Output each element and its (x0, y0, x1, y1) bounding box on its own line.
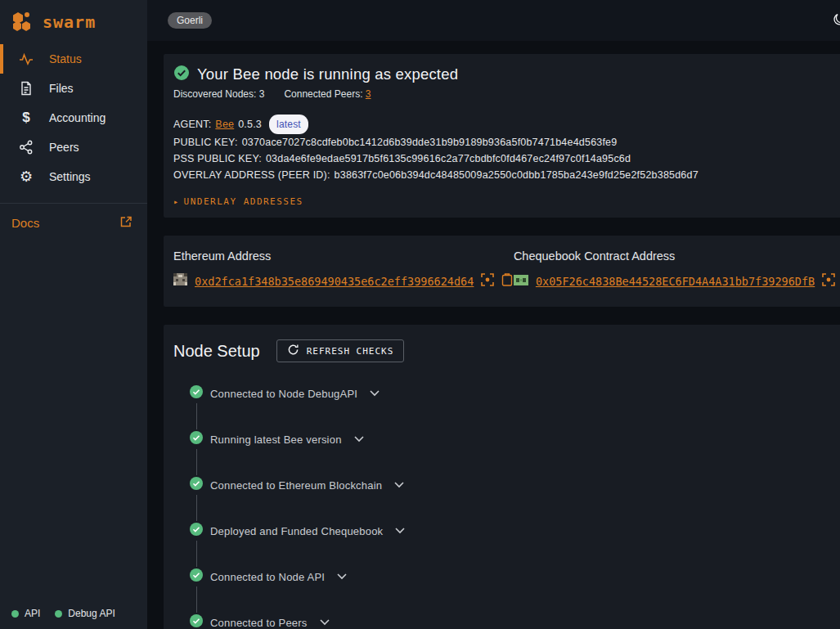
api-status: API (11, 608, 40, 619)
addresses-card: Ethereum Address 0xd2fca1f348b35e869 (164, 236, 840, 307)
file-icon (16, 79, 36, 98)
sidebar-item-docs[interactable]: Docs (0, 204, 147, 231)
main-area: Goerli You (147, 0, 840, 629)
check-item-node-api: Connected to Node API (190, 568, 840, 585)
swarm-hexagons-icon (11, 11, 36, 34)
sidebar-item-settings[interactable]: ⚙ Settings (0, 162, 147, 191)
chequebook-address-expand-button[interactable] (822, 273, 835, 289)
sidebar-item-status[interactable]: Status (0, 44, 147, 74)
agent-version: 0.5.3 (238, 116, 262, 133)
debug-api-status-label: Debug API (68, 608, 115, 619)
chevron-down-icon[interactable] (320, 619, 330, 626)
discovered-nodes: Discovered Nodes: 3 (173, 88, 264, 100)
sidebar-item-label: Status (49, 52, 82, 65)
sidebar-item-accounting[interactable]: $ Accounting (0, 103, 147, 133)
expand-arrow-icon: ▸ (173, 197, 180, 206)
api-status-dot (11, 610, 19, 618)
check-circle-icon (190, 614, 203, 629)
debug-api-status-dot (55, 610, 62, 618)
check-circle-icon (190, 385, 203, 402)
chequebook-address-label: Chequebook Contract Address (514, 249, 840, 263)
clipboard-icon (501, 273, 513, 289)
underlay-addresses-toggle[interactable]: ▸ UNDERLAY ADDRESSES (173, 196, 840, 207)
ethereum-address-expand-button[interactable] (481, 273, 494, 289)
sidebar-item-label: Files (49, 82, 74, 95)
debug-api-status: Debug API (55, 608, 115, 619)
check-circle-icon (190, 523, 203, 539)
sidebar-item-label: Peers (49, 141, 79, 154)
chequebook-identicon (514, 274, 528, 289)
pss-public-key-line: PSS PUBLIC KEY: 03da4e6fe9edae5917b5f613… (173, 151, 840, 167)
sidebar: swarm Status Files (0, 0, 147, 629)
sidebar-item-peers[interactable]: Peers (0, 133, 147, 162)
ethereum-address-label: Ethereum Address (173, 249, 514, 263)
brand-name: swarm (43, 12, 96, 32)
app-window: swarm Status Files (0, 0, 840, 629)
connected-peers: Connected Peers: 3 (284, 88, 371, 100)
public-key-value: 0370ace7027c8cdfeb0bc1412d6b39dde31b9b91… (242, 134, 618, 151)
step-connector (196, 541, 197, 567)
node-status-title: Your Bee node is running as expected (197, 65, 458, 83)
agent-line: AGENT: Bee 0.5.3 latest (173, 115, 840, 134)
check-item-ethereum-blockchain: Connected to Ethereum Blockchain (190, 477, 840, 493)
chevron-down-icon[interactable] (337, 573, 347, 580)
sidebar-item-files[interactable]: Files (0, 74, 147, 103)
ethereum-address-block: Ethereum Address 0xd2fca1f348b35e869 (173, 249, 514, 289)
ethereum-address-link[interactable]: 0xd2fca1f348b35e869490435e6c2eff3996624d… (195, 275, 474, 288)
step-connector (196, 449, 197, 475)
overlay-address-line: OVERLAY ADDRESS (PEER ID): b3863f7c0e06b… (173, 167, 840, 183)
gear-icon: ⚙ (16, 167, 36, 186)
chevron-down-icon[interactable] (354, 436, 364, 443)
public-key-line: PUBLIC KEY: 0370ace7027c8cdfeb0bc1412d6b… (173, 134, 840, 151)
check-item-debug-api: Connected to Node DebugAPI (190, 385, 840, 402)
node-setup-card: Node Setup REFRESH CHECKS (164, 325, 840, 629)
refresh-icon (287, 344, 299, 358)
step-connector (196, 495, 197, 521)
chevron-down-icon[interactable] (394, 482, 404, 488)
check-item-bee-version: Running latest Bee version (190, 431, 840, 447)
latest-badge: latest (269, 115, 308, 134)
chequebook-address-block: Chequebook Contract Address 0x05F26c4838… (514, 249, 840, 289)
step-connector (196, 586, 197, 613)
step-connector (196, 403, 197, 429)
dark-mode-toggle[interactable] (829, 9, 840, 33)
scan-icon (481, 273, 494, 289)
node-status-card: Your Bee node is running as expected Dis… (164, 54, 840, 218)
check-circle-icon (190, 477, 203, 493)
connected-peers-link[interactable]: 3 (366, 88, 371, 100)
sidebar-item-label: Settings (49, 170, 91, 183)
dollar-icon: $ (16, 108, 36, 128)
api-status-footer: API Debug API (11, 608, 115, 619)
chequebook-address-link[interactable]: 0x05F26c4838Be44528EC6FD4A4A31bb7f39296D… (536, 275, 815, 288)
ethereum-address-copy-button[interactable] (501, 273, 513, 289)
check-circle-icon (190, 568, 203, 585)
scan-icon (822, 273, 835, 289)
check-circle-icon (190, 431, 203, 447)
refresh-checks-button[interactable]: REFRESH CHECKS (276, 339, 405, 362)
sidebar-nav: Status Files $ Accounting (0, 44, 147, 191)
overlay-address-value: b3863f7c0e06b394dc48485009a2550c0dbb1785… (335, 167, 699, 183)
discovered-nodes-value: 3 (259, 88, 265, 100)
api-status-label: API (25, 608, 40, 619)
chevron-down-icon[interactable] (395, 528, 405, 534)
content: Your Bee node is running as expected Dis… (147, 41, 840, 629)
sidebar-item-label: Accounting (49, 111, 106, 124)
network-badge: Goerli (168, 12, 212, 29)
agent-bee-link[interactable]: Bee (215, 116, 234, 133)
check-item-chequebook: Deployed and Funded Chequebook (190, 523, 840, 539)
external-link-icon (119, 215, 133, 231)
node-setup-checklist: Connected to Node DebugAPI Running lates… (190, 385, 840, 629)
swarm-logo: swarm (0, 0, 147, 44)
docs-label: Docs (11, 216, 39, 230)
share-icon (16, 137, 36, 157)
check-item-peers: Connected to Peers (190, 614, 840, 629)
ethereum-identicon (173, 273, 187, 289)
pss-public-key-value: 03da4e6fe9edae5917b5f6135c99616c2a77cbdb… (266, 151, 631, 167)
node-setup-title: Node Setup (173, 342, 260, 361)
check-circle-icon (173, 65, 190, 84)
moon-icon (832, 12, 840, 29)
topbar: Goerli (147, 0, 840, 41)
chevron-down-icon[interactable] (370, 390, 380, 397)
activity-icon (16, 49, 36, 69)
